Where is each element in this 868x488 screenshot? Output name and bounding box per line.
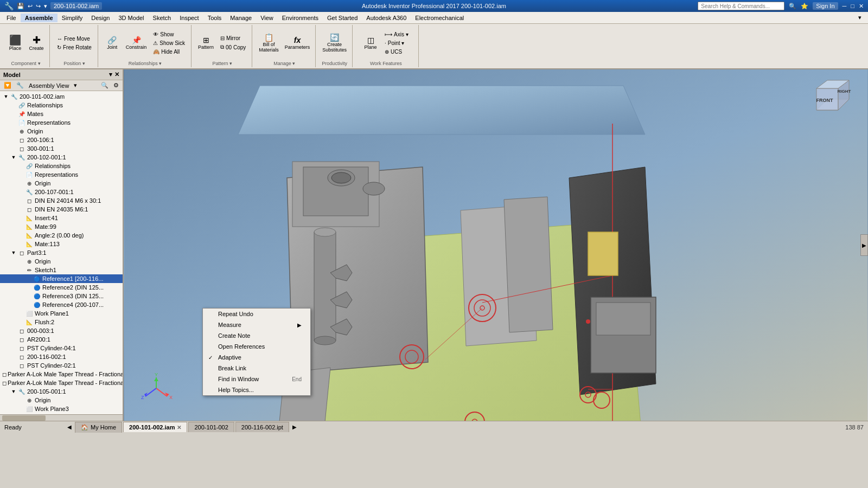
show-btn[interactable]: 👁 Show	[150, 30, 188, 38]
tab-part[interactable]: 200-116-002.ipt	[235, 422, 289, 432]
menu-design[interactable]: Design	[87, 14, 114, 22]
tab-main-asm[interactable]: 200-101-002.iam ✕	[123, 422, 187, 432]
tree-item-sub1p2[interactable]: ◻DIN EN 24014 M6 x 30:1	[0, 196, 123, 205]
hide-all-btn[interactable]: 🙈 Hide All	[150, 48, 188, 56]
tree-expand-sub1[interactable]: ▼	[10, 155, 17, 160]
maximize-btn[interactable]: □	[851, 3, 854, 9]
tree-item-ins41[interactable]: 📐Insert:41	[0, 214, 123, 222]
point-btn[interactable]: · Point ▾	[382, 39, 411, 47]
ribbon-expand[interactable]: ▾	[854, 13, 866, 22]
tree-item-cyl[interactable]: ◻PST Cylinder-04:1	[0, 344, 123, 352]
tree-expand-part3[interactable]: ▼	[10, 250, 17, 255]
free-rotate-btn[interactable]: ↻ Free Rotate	[54, 43, 94, 52]
quick-access-more[interactable]: ▾	[44, 3, 47, 10]
menu-manage[interactable]: Manage	[226, 14, 256, 22]
ctx-open-references[interactable]: Open References	[203, 341, 310, 352]
tab-main-asm-close[interactable]: ✕	[177, 425, 181, 431]
joint-btn[interactable]: 🔗 Joint	[103, 35, 122, 51]
tree-item-m99[interactable]: 📐Mate:99	[0, 222, 123, 231]
tree-item-mates[interactable]: 📌Mates	[0, 110, 123, 118]
view-dropdown[interactable]: ▾	[72, 81, 79, 89]
tab-sub-asm[interactable]: 200-101-002	[188, 422, 234, 432]
manage-group-label[interactable]: Manage ▾	[257, 61, 312, 66]
tree-item-sub2o[interactable]: ⊕Origin	[0, 396, 123, 404]
right-face-label[interactable]: RIGHT	[838, 89, 851, 94]
tree-item-ref4[interactable]: 🔵Reference4 (200-107...	[0, 300, 123, 309]
undo-btn[interactable]: ↩	[28, 3, 33, 10]
search-icon[interactable]: 🔍	[789, 3, 796, 10]
tree-item-sub1p3[interactable]: ◻DIN EN 24035 M6:1	[0, 205, 123, 214]
tab-home[interactable]: 🏠 My Home	[75, 422, 122, 433]
mirror-btn[interactable]: ⊟ Mirror	[218, 34, 248, 42]
pattern-btn[interactable]: ⊞ Pattern	[196, 35, 216, 51]
tree-item-p1[interactable]: ◻200-106:1	[0, 136, 123, 144]
menu-view[interactable]: View	[256, 14, 278, 22]
tree-item-root[interactable]: ▼🔧200-101-002.iam	[0, 92, 123, 101]
place-btn[interactable]: ⬛ Place	[5, 34, 25, 52]
ctx-adaptive[interactable]: Adaptive	[203, 352, 310, 363]
tree-item-r1[interactable]: 🔗Relationships	[0, 101, 123, 110]
front-face-label[interactable]: FRONT	[816, 98, 833, 103]
menu-a360[interactable]: Autodesk A360	[362, 14, 411, 22]
file-name-input[interactable]: 200-101-002.iam	[50, 2, 102, 10]
ctx-measure[interactable]: Measure ▶	[203, 319, 310, 330]
tree-item-pk2[interactable]: ◻Parker A-Lok Male Taper Thread - Fracti…	[0, 378, 123, 387]
tree-expand-sub2[interactable]: ▼	[10, 389, 17, 394]
copy-btn[interactable]: ⧉ 00 Copy	[218, 43, 248, 52]
tree-item-pcyl[interactable]: ◻PST Cylinder-02:1	[0, 361, 123, 370]
ctx-create-note[interactable]: Create Note	[203, 330, 310, 341]
viewcube-svg[interactable]: FRONT RIGHT	[808, 78, 857, 121]
options-icon[interactable]: ⚙	[112, 81, 120, 89]
search-tree-icon[interactable]: 🔍	[99, 81, 110, 89]
menu-tools[interactable]: Tools	[203, 14, 226, 22]
tree-item-fl2[interactable]: 📐Flush:2	[0, 318, 123, 326]
panel-dropdown[interactable]: ▾	[109, 71, 112, 78]
menu-sketch[interactable]: Sketch	[149, 14, 176, 22]
tree-item-ref1[interactable]: 🔵Reference1 [200-116...	[0, 274, 123, 283]
tree-container[interactable]: ▼🔧200-101-002.iam 🔗Relationships 📌Mates …	[0, 91, 123, 414]
tree-item-ref3[interactable]: 🔵Reference3 (DIN 125...	[0, 292, 123, 300]
tree-item-sub2w3[interactable]: ⬜Work Plane3	[0, 404, 123, 413]
tree-item-ang2[interactable]: 📐Angle:2 (0.00 deg)	[0, 231, 123, 240]
pattern-group-label[interactable]: Pattern ▾	[196, 61, 248, 66]
quick-save[interactable]: 💾	[17, 3, 24, 10]
tree-item-sub1m[interactable]: 📄Representations	[0, 170, 123, 179]
menu-electromech[interactable]: Electromechanical	[411, 14, 468, 22]
ctx-help-topics[interactable]: Help Topics...	[203, 384, 310, 395]
ctx-find-in-window[interactable]: Find in Window End	[203, 374, 310, 384]
tree-scrollbar[interactable]	[0, 414, 123, 421]
ucs-btn[interactable]: ⊕ UCS	[382, 48, 411, 56]
tree-item-sub1r[interactable]: 🔗Relationships	[0, 162, 123, 170]
tree-item-p000[interactable]: ◻000-003:1	[0, 326, 123, 335]
panel-close[interactable]: ✕	[114, 71, 119, 78]
tree-item-sub2[interactable]: ▼🔧200-105-001:1	[0, 387, 123, 396]
tree-item-ar200[interactable]: ◻AR200:1	[0, 335, 123, 344]
tree-item-pk1[interactable]: ◻Parker A-Lok Male Taper Thread - Fracti…	[0, 370, 123, 378]
component-group-label[interactable]: Component ▾	[5, 61, 46, 66]
tree-item-sub1p1[interactable]: 🔧200-107-001:1	[0, 188, 123, 196]
tree-item-part3[interactable]: ▼◻Part3:1	[0, 248, 123, 257]
ctx-repeat-undo[interactable]: Repeat Undo	[203, 309, 310, 319]
tree-item-sub1[interactable]: ▼🔧200-102-001:1	[0, 153, 123, 162]
menu-assemble[interactable]: Assemble	[21, 14, 58, 22]
free-move-btn[interactable]: ↔ Free Move	[54, 35, 94, 43]
menu-3dmodel[interactable]: 3D Model	[114, 14, 148, 22]
create-substitutes-btn[interactable]: 🔄 CreateSubstitutes	[320, 33, 349, 54]
star-icon[interactable]: ⭐	[801, 3, 808, 10]
bom-btn[interactable]: 📋 Bill ofMaterials	[257, 33, 281, 54]
tree-item-p2[interactable]: ◻300-001:1	[0, 144, 123, 153]
tree-item-p3orig[interactable]: ⊕Origin	[0, 257, 123, 266]
tree-item-sub1o[interactable]: ⊕Origin	[0, 179, 123, 188]
ctx-break-link[interactable]: Break Link	[203, 363, 310, 374]
position-group-label[interactable]: Position ▾	[54, 61, 94, 66]
search-box[interactable]	[698, 2, 784, 10]
tree-item-wp1[interactable]: ⬜Work Plane1	[0, 309, 123, 318]
close-btn[interactable]: ✕	[859, 3, 864, 10]
tree-item-origin[interactable]: ⊕Origin	[0, 127, 123, 136]
redo-btn[interactable]: ↪	[36, 3, 41, 10]
menu-inspect[interactable]: Inspect	[175, 14, 203, 22]
tree-scrollbar-thumb[interactable]	[2, 415, 46, 421]
view-label[interactable]: Assembly View	[27, 82, 71, 89]
show-sick-btn[interactable]: ⚠ Show Sick	[150, 39, 188, 47]
tab-nav-left[interactable]: ◀	[65, 424, 74, 430]
